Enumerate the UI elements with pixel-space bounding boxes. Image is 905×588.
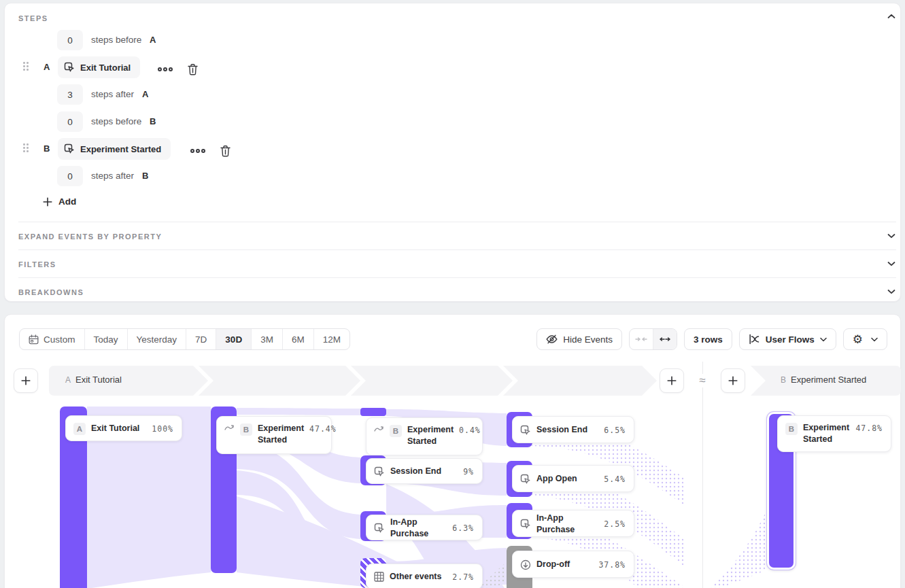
plus-icon [667,376,677,385]
add-column-before-b-button[interactable] [721,368,745,393]
view-type-label: User Flows [766,334,815,345]
flow-node-label: Session End [390,466,441,477]
flow-bar-experiment-started-04[interactable] [360,408,386,416]
expand-events-chevron-down-icon[interactable] [887,233,895,239]
date-range-selector: Custom Today Yesterday 7D 30D 3M 6M 12M [19,328,350,350]
add-column-after-a-button[interactable] [660,368,684,393]
event-click-icon [64,143,75,154]
steps-before-a-input[interactable]: 0 [57,30,83,50]
date-range-custom[interactable]: Custom [20,329,84,349]
flow-node-in-app-purchase-63[interactable]: In-App Purchase 6.3% [366,515,483,540]
steps-after-a-input[interactable]: 3 [57,84,83,105]
event-click-icon [374,523,385,534]
column-header-a-letter: A [65,375,71,385]
divider [18,277,896,278]
collapse-expand-toggle [629,328,677,350]
step-a-more-options-icon[interactable] [157,67,173,72]
drop-off-arrow-icon [520,559,531,570]
flow-node-label: In-App Purchase [536,513,598,536]
date-range-today[interactable]: Today [84,329,127,349]
steps-before-b-input[interactable]: 0 [57,111,83,132]
flow-node-drop-off[interactable]: Drop-off 37.8% [512,551,634,578]
continuation-curve-icon [374,425,384,432]
step-b-event-chip[interactable]: Experiment Started [58,138,171,160]
flow-node-percent: 47.8% [855,422,883,433]
step-b-delete-trash-icon[interactable] [220,145,231,158]
steps-after-a-label: steps after [91,89,134,99]
flow-node-session-end-9[interactable]: Session End 9% [366,458,483,484]
flow-node-exit-tutorial[interactable]: A Exit Tutorial 100% [65,415,182,441]
flow-node-other-events[interactable]: Other events 2.7% [366,564,483,588]
add-step-button[interactable]: Add [43,196,76,207]
date-range-yesterday[interactable]: Yesterday [127,329,186,349]
approx-gap-symbol: ≈ [694,374,711,387]
filters-section-title: FILTERS [18,260,56,269]
column-header-a-label: Exit Tutorial [75,375,122,385]
plus-icon [728,376,738,385]
steps-after-a-ref: A [142,89,148,99]
settings-dropdown[interactable]: ⚙ [843,328,887,350]
flow-node-label: Other events [390,571,441,583]
steps-panel-title: STEPS [18,14,48,22]
flow-node-app-open[interactable]: App Open 5.4% [512,465,634,492]
flow-node-session-end-65[interactable]: Session End 6.5% [512,416,634,443]
hide-events-label: Hide Events [563,334,613,345]
steps-before-b-ref: B [150,116,156,126]
step-badge: B [785,423,798,435]
column-group-divider [702,362,703,588]
breakdowns-chevron-down-icon[interactable] [887,289,895,294]
step-b-drag-handle-icon[interactable] [23,143,29,152]
hide-events-button[interactable]: Hide Events [536,328,622,350]
step-a-event-chip[interactable]: Exit Tutorial [58,56,140,78]
add-column-left-button[interactable] [14,368,38,393]
date-range-7d[interactable]: 7D [186,329,216,349]
step-badge: A [73,423,86,435]
flow-node-percent: 100% [152,424,173,434]
event-click-icon [520,519,531,530]
steps-before-a-ref: A [150,35,156,45]
steps-before-b-label: steps before [91,116,141,126]
flow-node-label: Drop-off [536,559,570,570]
date-range-6m[interactable]: 6M [282,329,313,349]
flow-node-label: Exit Tutorial [91,423,139,434]
flow-node-percent: 5.4% [604,474,626,484]
flow-node-label: Session End [536,424,587,436]
step-b-more-options-icon[interactable] [190,148,206,154]
calendar-icon [29,334,39,345]
collapse-steps-chevron-up-icon[interactable] [887,14,895,19]
column-header-b: B Experiment Started [781,375,866,385]
filters-chevron-down-icon[interactable] [887,261,895,266]
grid-icon [374,572,384,582]
expand-columns-arrows-out-icon[interactable] [653,329,677,349]
event-click-icon [374,466,385,477]
eye-off-icon [546,334,558,345]
step-a-delete-trash-icon[interactable] [187,63,199,76]
date-range-12m[interactable]: 12M [313,329,349,349]
continuation-curve-icon [224,423,235,431]
chevron-down-icon [820,337,827,342]
user-flows-report: { "panel": { "title": "STEPS", "rows": {… [0,0,905,588]
divider [18,249,896,250]
step-b-letter: B [44,143,50,154]
flow-node-percent: 0.4% [459,424,481,435]
flow-node-experiment-started-04[interactable]: B Experiment Started 0.4% [366,417,483,455]
column-header-b-label: Experiment Started [791,375,866,385]
flow-node-experiment-started-47[interactable]: B Experiment Started 47.4% [216,416,332,454]
event-click-icon [64,62,75,73]
rows-count-button[interactable]: 3 rows [684,328,732,350]
flow-node-in-app-purchase-25[interactable]: In-App Purchase 2.5% [512,510,634,537]
view-type-dropdown[interactable]: User Flows [739,328,836,350]
flow-node-percent: 9% [463,467,474,477]
date-range-30d-selected[interactable]: 30D [216,329,251,349]
date-range-3m[interactable]: 3M [251,329,282,349]
flow-node-label: App Open [536,473,577,485]
event-click-icon [520,474,531,485]
flow-node-percent: 6.5% [604,426,626,435]
collapse-columns-arrows-in-icon[interactable] [630,329,653,349]
flow-node-percent: 2.5% [604,519,626,529]
step-a-drag-handle-icon[interactable] [23,62,29,71]
flow-node-percent: 47.4% [309,423,337,434]
event-click-icon [520,425,531,436]
steps-after-b-input[interactable]: 0 [57,166,83,186]
flow-node-experiment-started-final[interactable]: B Experiment Started 47.8% [777,415,891,452]
